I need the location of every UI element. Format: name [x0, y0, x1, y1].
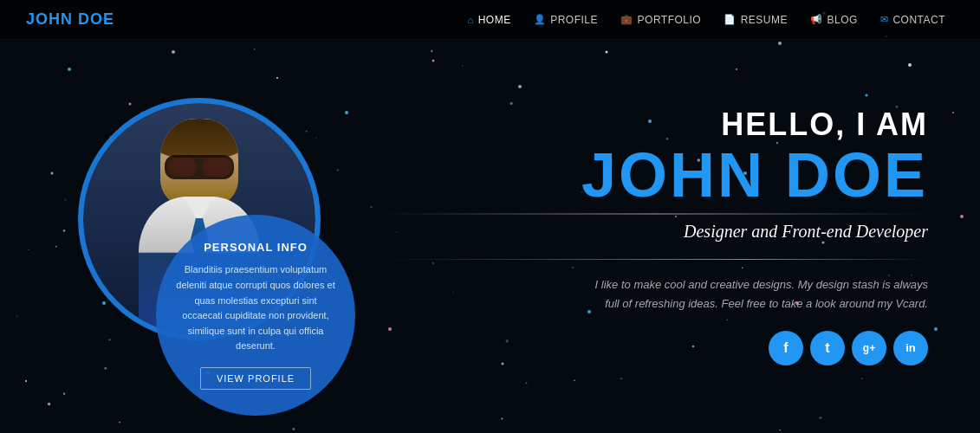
main-content: PERSONAL INFO Blanditiis praesentium vol…	[0, 40, 980, 433]
contact-icon: ✉	[880, 14, 889, 25]
left-section: PERSONAL INFO Blanditiis praesentium vol…	[0, 40, 364, 433]
person-glasses	[165, 155, 234, 179]
hero-subtitle: Designer and Front-end Developer	[381, 222, 928, 242]
social-icons: f t g+ in	[381, 331, 928, 365]
view-profile-button[interactable]: VIEW PROFILE	[200, 367, 311, 390]
info-bubble-text: Blanditiis praesentium voluptatum deleni…	[173, 262, 338, 354]
nav-contact[interactable]: ✉ CONTACT	[872, 10, 954, 29]
nav-links: ⌂ HOME 👤 PROFILE 💼 PORTFOLIO 📄 RESUME 📢 …	[459, 10, 954, 29]
portfolio-icon: 💼	[620, 14, 633, 25]
resume-icon: 📄	[724, 14, 737, 25]
facebook-button[interactable]: f	[769, 331, 803, 365]
info-bubble: PERSONAL INFO Blanditiis praesentium vol…	[156, 215, 355, 416]
brand-name[interactable]: JOHN DOE	[26, 10, 114, 29]
twitter-button[interactable]: t	[810, 331, 845, 365]
blog-icon: 📢	[810, 14, 823, 25]
nav-profile[interactable]: 👤 PROFILE	[525, 10, 607, 29]
person-head	[160, 119, 238, 205]
navbar: JOHN DOE ⌂ HOME 👤 PROFILE 💼 PORTFOLIO 📄 …	[0, 0, 980, 40]
person-hair	[160, 119, 238, 158]
google-plus-button[interactable]: g+	[852, 331, 886, 365]
profile-icon: 👤	[534, 14, 547, 25]
divider-line2	[381, 259, 928, 260]
hero-name: JOHN DOE	[381, 144, 928, 206]
info-bubble-title: PERSONAL INFO	[173, 241, 338, 254]
nav-portfolio[interactable]: 💼 PORTFOLIO	[612, 10, 710, 29]
divider-line	[381, 213, 928, 215]
nav-home[interactable]: ⌂ HOME	[459, 10, 520, 29]
hello-text: HELLO, I AM	[381, 107, 928, 142]
right-section: HELLO, I AM JOHN DOE Designer and Front-…	[364, 107, 980, 365]
hero-bio: I like to make cool and creative designs…	[381, 275, 928, 313]
linkedin-button[interactable]: in	[893, 331, 928, 365]
nav-blog[interactable]: 📢 BLOG	[802, 10, 866, 29]
nav-resume[interactable]: 📄 RESUME	[715, 10, 796, 29]
home-icon: ⌂	[468, 15, 474, 25]
